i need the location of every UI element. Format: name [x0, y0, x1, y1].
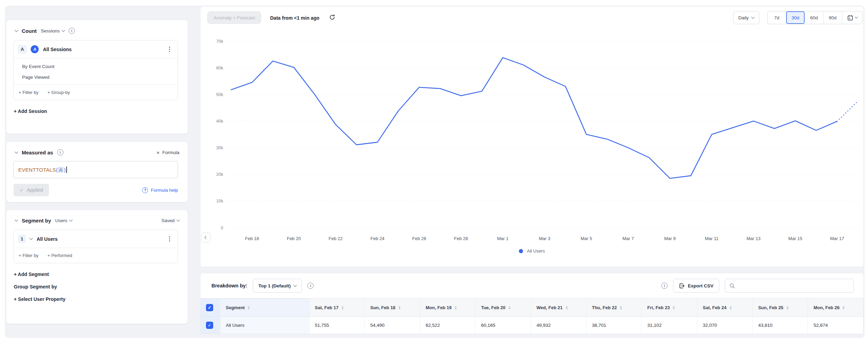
y-tick-label: 20k	[216, 172, 224, 177]
count-type-dropdown[interactable]: Sessions	[41, 28, 65, 34]
range-90d-button[interactable]: 90d	[823, 11, 842, 24]
export-csv-button[interactable]: Export CSV	[673, 279, 719, 293]
session-card: A A All Sessions By Event Count Page Vie…	[13, 40, 178, 100]
collapse-chart-button[interactable]	[201, 232, 210, 243]
range-60d-button[interactable]: 60d	[805, 11, 823, 24]
granularity-dropdown[interactable]: Daily	[733, 11, 759, 24]
formula-help-link[interactable]: ?Formula help	[142, 187, 178, 193]
formula-paren-close: )	[64, 167, 66, 173]
y-tick-label: 30k	[216, 145, 224, 150]
date-column-header[interactable]: Sat, Feb 24	[697, 298, 752, 317]
value-cell: 52,674	[808, 317, 864, 334]
session-name[interactable]: All Sessions	[43, 47, 71, 52]
segment-expand-icon[interactable]	[30, 237, 33, 240]
table-search[interactable]	[725, 279, 854, 293]
export-csv-label: Export CSV	[688, 283, 713, 288]
date-column-header[interactable]: Tue, Feb 20	[475, 298, 531, 317]
date-column-header[interactable]: Fri, Feb 23	[642, 298, 697, 317]
value-cell: 49,932	[531, 317, 586, 334]
sort-icon[interactable]	[673, 306, 675, 310]
breakdown-info-icon[interactable]: i	[307, 283, 314, 289]
column-header-label: Sun, Feb 18	[370, 305, 395, 310]
segment-type-dropdown[interactable]: Users	[55, 218, 72, 223]
value-cell: 31,102	[642, 317, 697, 334]
sort-icon[interactable]	[842, 306, 845, 310]
anomaly-forecast-button[interactable]: Anomaly + Forecast	[207, 11, 261, 24]
filter-by-button[interactable]: + Filter by	[19, 90, 38, 95]
column-header-label: Wed, Feb 21	[536, 305, 563, 310]
add-segment-button[interactable]: + Add Segment	[6, 263, 188, 277]
x-tick-label: Feb 20	[287, 236, 300, 241]
refresh-icon[interactable]	[329, 14, 335, 22]
add-session-button[interactable]: + Add Session	[6, 100, 188, 114]
kebab-menu-icon[interactable]	[167, 46, 172, 53]
applied-button[interactable]: ✓Applied	[13, 184, 49, 196]
sort-icon[interactable]	[509, 306, 511, 310]
formula-help-label: Formula help	[151, 188, 178, 193]
select-user-property-button[interactable]: + Select User Property	[6, 289, 188, 302]
collapse-count-icon[interactable]	[15, 28, 18, 32]
sort-icon[interactable]	[398, 306, 401, 310]
x-tick-label: Mar 3	[539, 236, 550, 241]
formula-input[interactable]: EVENTTOTALS(A)	[13, 161, 178, 178]
column-header-label: Segment	[226, 305, 245, 310]
collapse-segment-icon[interactable]	[15, 218, 18, 222]
chevron-down-icon	[294, 284, 297, 287]
date-column-header[interactable]: Mon, Feb 26	[808, 298, 864, 317]
range-30d-button[interactable]: 30d	[786, 11, 805, 24]
chart-legend[interactable]: All Users	[200, 248, 864, 254]
x-tick-label: Mar 15	[788, 236, 802, 241]
segment-name[interactable]: All Users	[37, 236, 58, 242]
sort-icon[interactable]	[730, 306, 732, 310]
sort-icon[interactable]	[342, 306, 344, 310]
sort-icon[interactable]	[455, 306, 457, 310]
group-segment-by-label: Group Segment by	[6, 277, 188, 289]
checkbox-checked[interactable]: ✓	[206, 304, 213, 311]
formula-paren-open: (	[56, 167, 58, 173]
checkbox-checked[interactable]: ✓	[206, 322, 213, 329]
legend-label: All Users	[527, 248, 545, 254]
measured-info-icon[interactable]: i	[57, 149, 63, 155]
segment-filter-by-button[interactable]: + Filter by	[19, 253, 38, 258]
kebab-menu-icon[interactable]	[167, 235, 172, 243]
page-viewed-row[interactable]: Page Viewed	[22, 75, 172, 80]
performed-button[interactable]: + Performed	[47, 253, 72, 258]
search-icon	[729, 283, 735, 289]
date-column-header[interactable]: Mon, Feb 19	[420, 298, 475, 317]
sort-icon[interactable]	[620, 306, 622, 310]
sessions-line-chart: 70k60k50k40k30k20k10k0Feb 18Feb 20Feb 22…	[200, 7, 864, 267]
sort-icon[interactable]	[566, 306, 568, 310]
range-7d-button[interactable]: 7d	[768, 11, 786, 24]
collapse-measured-icon[interactable]	[15, 150, 18, 153]
formula-function: EVENTTOTALS	[18, 167, 56, 173]
count-info-icon[interactable]: i	[69, 28, 75, 34]
group-by-button[interactable]: + Group-by	[47, 90, 70, 95]
x-tick-label: Feb 24	[371, 236, 384, 241]
date-column-header[interactable]: Wed, Feb 21	[531, 298, 586, 317]
by-event-count-row[interactable]: By Event Count	[22, 64, 172, 69]
export-icon	[679, 283, 685, 289]
search-input[interactable]	[738, 283, 849, 288]
all-users-line[interactable]	[231, 58, 837, 179]
row-select-cell: ✓	[200, 317, 220, 334]
close-icon: ×	[157, 150, 160, 155]
value-cell: 62,522	[420, 317, 475, 334]
select-all-cell: ✓	[200, 298, 220, 317]
segment-column-header[interactable]: Segment	[220, 298, 309, 317]
date-column-header[interactable]: Sun, Feb 18	[365, 298, 420, 317]
date-column-header[interactable]: Sun, Feb 25	[752, 298, 808, 317]
table-info-icon[interactable]: i	[661, 283, 668, 289]
saved-dropdown[interactable]: Saved	[161, 218, 179, 223]
sort-icon[interactable]	[787, 306, 789, 310]
date-column-header[interactable]: Thu, Feb 22	[586, 298, 642, 317]
date-column-header[interactable]: Sat, Feb 17	[309, 298, 365, 317]
legend-dot	[519, 249, 523, 253]
column-header-label: Sat, Feb 17	[315, 305, 339, 310]
breakdown-dropdown[interactable]: Top 1 (Default)	[253, 279, 302, 293]
remove-formula-button[interactable]: × Formula	[157, 150, 179, 155]
sort-icon[interactable]	[248, 306, 250, 310]
value-cell: 32,070	[697, 317, 752, 334]
segment-name-cell: All Users	[220, 317, 309, 334]
value-cell: 60,165	[475, 317, 531, 334]
calendar-range-button[interactable]	[842, 11, 862, 24]
